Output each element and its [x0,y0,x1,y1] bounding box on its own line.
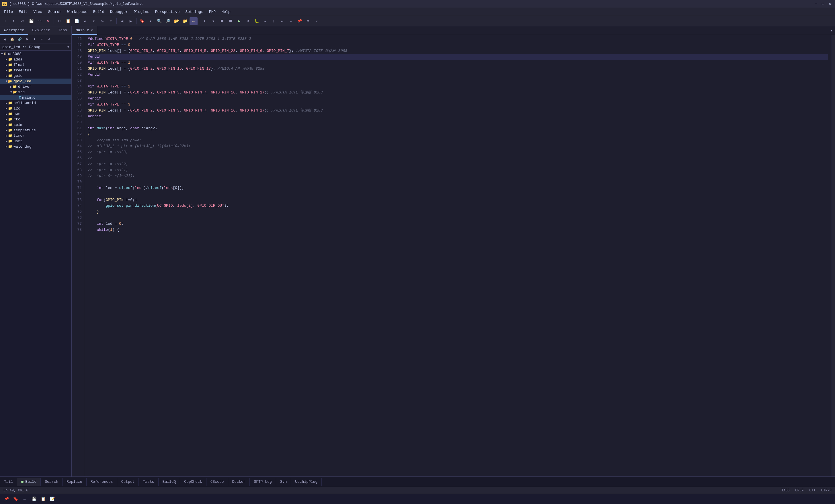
bottom-tab-svn[interactable]: Svn [276,478,291,486]
sidebar-tab-tabs[interactable]: Tabs [54,26,71,35]
stop-button[interactable]: ⏹ [226,17,235,25]
tree-item-i2c[interactable]: ▶ 📁 i2c [0,106,72,111]
tree-item-uart[interactable]: ▶ 📁 uart [0,139,72,144]
tree-item-main.c[interactable]: C main.c [0,95,72,100]
step-out-button[interactable]: ⇤ [278,17,286,25]
bottom-tab-buildq[interactable]: BuildQ [159,478,180,486]
search-toolbar-button[interactable]: 🔍 [155,17,163,25]
debug-button[interactable]: 🐛 [252,17,260,25]
bookmark-dropdown[interactable]: ▾ [146,17,155,25]
new-button[interactable]: + [1,17,9,25]
run-target-button[interactable]: ⊙ [244,17,252,25]
code-content[interactable]: #define WIOTA_TYPE 0 // 0:AP-8088 1:AP-8… [84,35,832,477]
bottom-tab-ucchipplug[interactable]: UcchipPlug [291,478,322,486]
sidebar-home-btn[interactable]: 🏠 [8,36,16,43]
menu-item-help[interactable]: Help [219,9,233,15]
bottom-tab-output[interactable]: Output [117,478,139,486]
redo-dropdown[interactable]: ▾ [107,17,115,25]
tree-item-spim[interactable]: ▶ 📁 spim [0,122,72,128]
go-to-button[interactable]: ↗ [287,17,295,25]
tree-item-gpio_led[interactable]: ▼ 📂 gpio_led [0,79,72,84]
next-button[interactable]: ▶ [127,17,135,25]
action-edit[interactable]: ✏ [21,495,29,503]
edit-mode-button[interactable]: ✏ [189,17,198,25]
sidebar-download-btn[interactable]: ⬇ [31,36,38,43]
menu-item-edit[interactable]: Edit [16,9,30,15]
sidebar-link-btn[interactable]: 🔗 [16,36,23,43]
cut-button[interactable]: ✂ [55,17,63,25]
bottom-tab-tail[interactable]: Tail [0,478,17,486]
tree-item-timer[interactable]: ▶ 📁 timer [0,133,72,139]
menu-item-settings[interactable]: Settings [183,9,206,15]
undo-button[interactable]: ↩ [81,17,89,25]
bottom-tab-docker[interactable]: Docker [228,478,250,486]
run-button[interactable]: ▶ [235,17,243,25]
upload-button[interactable]: ⬆ [10,17,18,25]
tree-item-gpio[interactable]: ▶ 📁 gpio [0,73,72,79]
sidebar-dropdown-btn[interactable]: ▾ [38,36,45,43]
bottom-tab-cscope[interactable]: CScope [206,478,228,486]
sidebar-circle-btn[interactable]: ⊙ [46,36,53,43]
save-all-button[interactable]: 🗃 [36,17,44,25]
pin-button[interactable]: 📌 [296,17,303,25]
action-save[interactable]: 💾 [30,495,38,503]
tree-item-pwm[interactable]: ▶ 📁 pwm [0,111,72,117]
menu-item-view[interactable]: View [30,9,45,15]
menu-item-file[interactable]: File [1,9,16,15]
tree-item-driver[interactable]: ▶ 📁 driver [0,84,72,89]
menu-item-debugger[interactable]: Debugger [107,9,131,15]
tab-scroll[interactable]: ▾ [828,28,835,33]
step-into-button[interactable]: ↓ [269,17,278,25]
check-button[interactable]: ✓ [312,17,321,25]
editor-scrollbar[interactable] [832,35,835,477]
bottom-tab-build[interactable]: Build [17,478,41,486]
refresh-button[interactable]: ↺ [18,17,26,25]
bottom-tab-cppcheck[interactable]: CppCheck [180,478,206,486]
bottom-tab-replace[interactable]: Replace [62,478,87,486]
tree-item-freertos[interactable]: ▶ 📁 freertos [0,68,72,73]
paste-button[interactable]: 📄 [73,17,81,25]
download-dropdown[interactable]: ▾ [209,17,217,25]
menu-item-workspace[interactable]: Workspace [64,9,90,15]
menu-item-plugins[interactable]: Plugins [131,9,152,15]
action-copy[interactable]: 📋 [39,495,47,503]
tree-item-rtc[interactable]: ▶ 📁 rtc [0,117,72,122]
bottom-tab-search[interactable]: Search [41,478,62,486]
tree-item-watchdog[interactable]: ▶ 📁 watchdog [0,144,72,149]
settings-button[interactable]: ⚙ [304,17,312,25]
redo-button[interactable]: ↪ [98,17,106,25]
sidebar-back-btn[interactable]: ◀ [1,36,8,43]
action-pin[interactable]: 📌 [2,495,10,503]
find-button[interactable]: 🔎 [164,17,172,25]
record-button[interactable]: ⏺ [218,17,226,25]
code-editor[interactable]: 4647484950515253545556575859606162636465… [72,35,835,477]
menu-item-php[interactable]: PHP [206,9,219,15]
prev-button[interactable]: ◀ [118,17,126,25]
tree-item-helloworld[interactable]: ▶ 📁 helloworld [0,100,72,106]
menu-item-build[interactable]: Build [90,9,107,15]
bottom-tab-tasks[interactable]: Tasks [139,478,158,486]
delete-button[interactable]: ✕ [44,17,52,25]
open-folder-button[interactable]: 📂 [172,17,180,25]
save-button[interactable]: 💾 [27,17,35,25]
undo-dropdown[interactable]: ▾ [90,17,98,25]
close-tab-button[interactable]: ✕ [91,29,93,32]
sidebar-tab-workspace[interactable]: Workspace [0,26,28,35]
project-selector[interactable]: gpio_led :: Debug ▼ [0,44,72,51]
sidebar-flag-btn[interactable]: ⚑ [23,36,30,43]
editor-tab-main.c[interactable]: main.c✕ [72,26,97,35]
maximize-button[interactable]: □ [820,1,826,7]
menu-item-search[interactable]: Search [45,9,64,15]
folder-button[interactable]: 📁 [181,17,189,25]
bottom-tab-references[interactable]: References [87,478,117,486]
sidebar-tab-explorer[interactable]: Explorer [28,26,54,35]
download-button[interactable]: ⬇ [201,17,209,25]
minimize-button[interactable]: ─ [813,1,819,7]
action-bookmark[interactable]: 🔖 [12,495,20,503]
copy-button[interactable]: 📋 [64,17,72,25]
tree-item-temprature[interactable]: ▶ 📁 temprature [0,128,72,133]
bookmark-button[interactable]: 🔖 [138,17,146,25]
tree-item-adda[interactable]: ▶ 📁 adda [0,57,72,62]
step-over-button[interactable]: ⇥ [261,17,269,25]
tree-item-float[interactable]: ▶ 📁 float [0,62,72,68]
